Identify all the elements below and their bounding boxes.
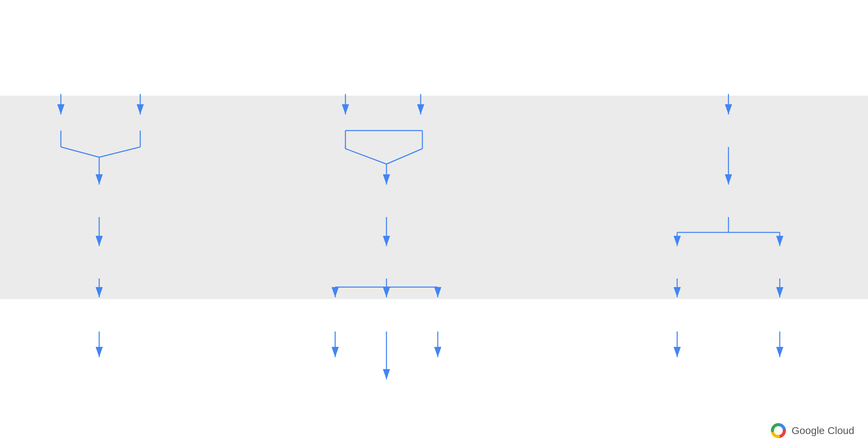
main-container: Many-to-one pattern Publisher Publisher …	[0, 0, 868, 446]
google-cloud-icon	[770, 422, 787, 439]
top-region	[0, 0, 868, 96]
google-cloud-logo: Google Cloud	[770, 422, 854, 439]
google-cloud-text: Google Cloud	[792, 425, 854, 436]
bottom-region	[0, 299, 868, 446]
gray-region	[0, 96, 868, 299]
